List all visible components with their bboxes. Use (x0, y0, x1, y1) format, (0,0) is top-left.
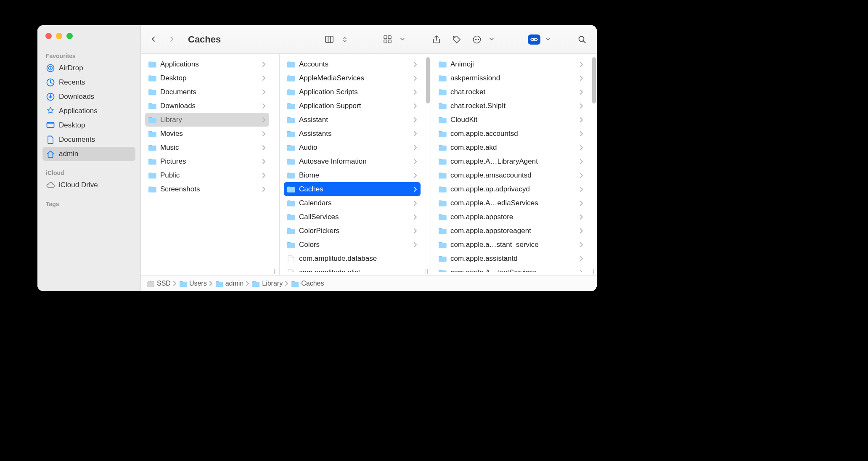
folder-row[interactable]: Calendars (284, 196, 421, 210)
folder-row[interactable]: Movies (145, 127, 269, 140)
column-resize-handle[interactable]: || (273, 268, 278, 274)
folder-row[interactable]: chat.rocket.ShipIt (435, 99, 587, 113)
zoom-window-button[interactable] (66, 33, 73, 39)
chevron-right-icon (580, 173, 583, 178)
folder-icon (438, 171, 447, 180)
sidebar-item-documents[interactable]: Documents (42, 132, 135, 147)
sidebar-item-icloud-drive[interactable]: iCloud Drive (42, 178, 135, 192)
path-segment[interactable]: admin (215, 280, 244, 287)
item-name: Music (160, 143, 259, 152)
sidebar-item-desktop[interactable]: Desktop (42, 118, 135, 132)
file-row[interactable]: com.amplitude.plist (284, 265, 421, 272)
path-segment[interactable]: Caches (291, 280, 324, 287)
chevron-right-icon (209, 281, 213, 286)
file-row[interactable]: com.amplitude.database (284, 252, 421, 265)
item-name: Downloads (160, 102, 259, 110)
chevron-right-icon (262, 76, 266, 81)
column-resize-handle[interactable]: || (590, 268, 595, 274)
folder-row[interactable]: Assistants (284, 127, 421, 140)
view-mode-control[interactable] (323, 34, 352, 45)
folder-row[interactable]: Desktop (145, 71, 269, 85)
folder-row[interactable]: Application Support (284, 99, 421, 113)
folder-row[interactable]: com.apple.akd (435, 140, 587, 154)
folder-icon (148, 171, 157, 180)
column-resize-handle[interactable]: || (424, 268, 429, 274)
item-name: AppleMediaServices (299, 74, 410, 82)
vertical-scrollbar[interactable] (426, 57, 430, 103)
folder-row[interactable]: Caches (284, 182, 421, 196)
item-name: com.apple.a…stant_service (450, 241, 577, 249)
folder-row[interactable]: askpermissiond (435, 71, 587, 85)
path-segment[interactable]: Library (252, 280, 283, 287)
folder-row[interactable]: Application Scripts (284, 85, 421, 99)
folder-row[interactable]: chat.rocket (435, 85, 587, 99)
folder-row[interactable]: Biome (284, 168, 421, 182)
forward-button[interactable] (167, 33, 180, 46)
item-name: com.apple.accountsd (450, 130, 577, 138)
tags-button[interactable] (450, 34, 464, 45)
folder-row[interactable]: Assistant (284, 113, 421, 127)
folder-row[interactable]: Animoji (435, 57, 587, 71)
vertical-scrollbar[interactable] (592, 57, 596, 103)
folder-row[interactable]: Accounts (284, 57, 421, 71)
folder-row[interactable]: com.apple.amsaccountsd (435, 168, 587, 182)
folder-row[interactable]: com.apple.a…stant_service (435, 238, 587, 252)
folder-row[interactable]: com.apple.A…tantServices (435, 265, 587, 272)
folder-row[interactable]: com.apple.accountsd (435, 127, 587, 140)
minimize-window-button[interactable] (56, 33, 62, 39)
folder-row[interactable]: Applications (145, 57, 269, 71)
folder-row[interactable]: com.apple.appstore (435, 210, 587, 224)
folder-row[interactable]: com.apple.appstoreagent (435, 224, 587, 238)
chevron-down-icon (485, 34, 499, 45)
preview-toggle[interactable] (528, 34, 556, 45)
item-name: Application Scripts (299, 88, 410, 96)
path-segment[interactable]: Users (179, 280, 207, 287)
folder-row[interactable]: CloudKit (435, 113, 587, 127)
item-name: Autosave Information (299, 157, 410, 166)
back-button[interactable] (148, 33, 161, 46)
folder-row[interactable]: Pictures (145, 154, 269, 168)
folder-row[interactable]: Downloads (145, 99, 269, 113)
folder-row[interactable]: com.apple.A…ediaServices (435, 196, 587, 210)
chevron-right-icon (262, 145, 266, 150)
folder-row[interactable]: Documents (145, 85, 269, 99)
folder-row[interactable]: AppleMediaServices (284, 71, 421, 85)
folder-row[interactable]: com.apple.ap.adprivacyd (435, 182, 587, 196)
search-button[interactable] (575, 34, 589, 45)
sidebar-item-recents[interactable]: Recents (42, 75, 135, 90)
folder-icon (286, 102, 296, 110)
sidebar-item-applications[interactable]: Applications (42, 104, 135, 118)
folder-row[interactable]: Screenshots (145, 182, 269, 196)
actions-menu-button[interactable] (470, 34, 499, 45)
folder-row[interactable]: Colors (284, 238, 421, 252)
folder-row[interactable]: ColorPickers (284, 224, 421, 238)
chevron-right-icon (580, 187, 583, 192)
chevron-down-icon (541, 34, 556, 45)
close-window-button[interactable] (45, 33, 52, 39)
folder-icon (286, 116, 296, 124)
chevron-right-icon (580, 103, 583, 109)
folder-row[interactable]: Music (145, 140, 269, 154)
up-down-caret-icon (338, 34, 352, 45)
folder-row[interactable]: Public (145, 168, 269, 182)
folder-row[interactable]: CallServices (284, 210, 421, 224)
folder-icon (286, 143, 296, 152)
folder-row[interactable]: Library (145, 113, 269, 127)
folder-row[interactable]: Autosave Information (284, 154, 421, 168)
sidebar-item-label: iCloud Drive (59, 181, 98, 189)
chevron-right-icon (262, 103, 266, 109)
folder-row[interactable]: com.apple.assistantd (435, 252, 587, 265)
chevron-right-icon (262, 117, 266, 122)
folder-row[interactable]: Audio (284, 140, 421, 154)
sidebar-item-airdrop[interactable]: AirDrop (42, 61, 135, 75)
group-by-control[interactable] (381, 34, 410, 45)
folder-icon (286, 157, 296, 166)
share-button[interactable] (429, 34, 444, 45)
folder-row[interactable]: com.apple.A…LibraryAgent (435, 154, 587, 168)
sidebar-item-admin[interactable]: admin (42, 147, 135, 161)
item-name: Calendars (299, 199, 410, 207)
item-name: askpermissiond (450, 74, 577, 82)
path-segment[interactable]: SSD (147, 280, 171, 287)
sidebar-item-downloads[interactable]: Downloads (42, 90, 135, 104)
folder-icon (438, 143, 447, 152)
